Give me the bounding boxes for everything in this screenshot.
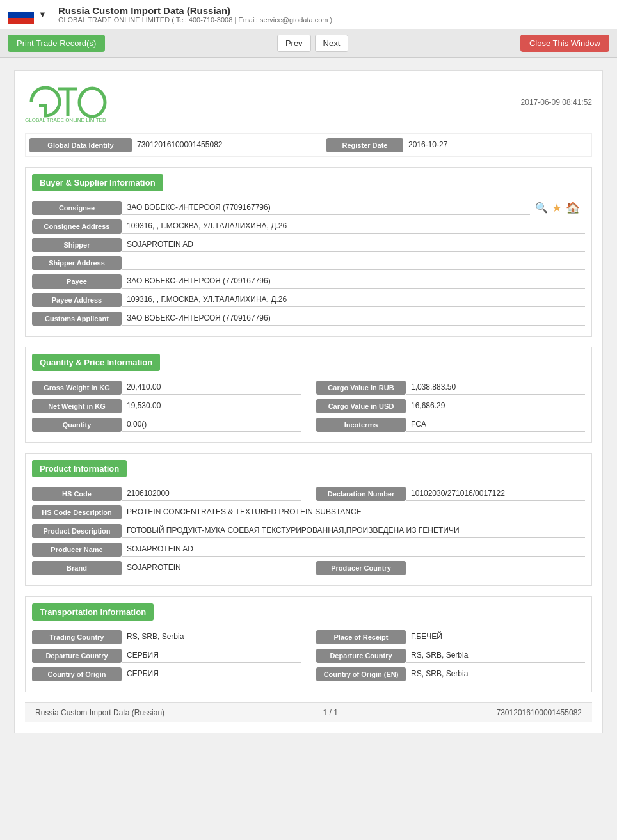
country-of-origin-label: Country of Origin <box>32 667 122 681</box>
hs-code-description-value: PROTEIN CONCENTRATES & TEXTURED PROTEIN … <box>122 505 585 519</box>
payee-address-value: 109316, , Г.МОСКВА, УЛ.ТАЛАЛИХИНА, Д.26 <box>122 292 585 307</box>
place-of-receipt-group: Place of Receipt Г.БЕЧЕЙ <box>316 630 585 644</box>
dropdown-arrow-icon[interactable]: ▼ <box>38 10 47 19</box>
header-title-block: Russia Custom Import Data (Russian) GLOB… <box>58 5 332 24</box>
next-button[interactable]: Next <box>315 35 349 52</box>
quantity-price-section: Quantity & Price Information Gross Weigh… <box>25 347 592 443</box>
producer-name-value: SOJAPROTEIN AD <box>122 542 585 557</box>
quantity-label: Quantity <box>32 418 122 432</box>
logo-svg: GLOBAL TRADE ONLINE LIMITED <box>25 81 121 123</box>
toolbar-right: Close This Window <box>520 35 609 52</box>
global-data-identity-label: Global Data Identity <box>29 138 132 152</box>
country-of-origin-en-label: Country of Origin (EN) <box>316 667 406 681</box>
producer-name-row: Producer Name SOJAPROTEIN AD <box>32 542 585 557</box>
svg-point-5 <box>79 88 105 116</box>
transportation-section: Transportation Information Trading Count… <box>25 596 592 692</box>
producer-country-label: Producer Country <box>316 561 406 575</box>
consignee-address-row: Consignee Address 109316, , Г.МОСКВА, УЛ… <box>32 219 585 234</box>
transportation-body: Trading Country RS, SRB, Serbia Place of… <box>26 627 591 692</box>
quantity-group: Quantity 0.00() <box>32 417 301 432</box>
hs-code-value: 2106102000 <box>122 486 301 501</box>
cargo-value-rub-value: 1,038,883.50 <box>406 380 585 395</box>
consignee-address-label: Consignee Address <box>32 219 122 234</box>
product-section: Product Information HS Code 2106102000 D… <box>25 453 592 586</box>
cargo-usd-group: Cargo Value in USD 16,686.29 <box>316 399 585 413</box>
country-of-origin-value: СЕРБИЯ <box>122 667 301 681</box>
product-title: Product Information <box>32 460 127 477</box>
departure-country-value: СЕРБИЯ <box>122 648 301 663</box>
gto-logo: GLOBAL TRADE ONLINE LIMITED <box>25 81 121 123</box>
country-of-origin-group: Country of Origin СЕРБИЯ <box>32 667 301 681</box>
place-of-receipt-label: Place of Receipt <box>316 630 406 644</box>
prev-button[interactable]: Prev <box>277 35 311 52</box>
brand-value: SOJAPROTEIN <box>122 560 301 575</box>
buyer-supplier-body: Consignee ЗАО ВОБЕКС-ИНТЕРСОЯ (770916779… <box>26 198 591 336</box>
country-of-origin-en-group: Country of Origin (EN) RS, SRB, Serbia <box>316 667 585 681</box>
buyer-supplier-section: Buyer & Supplier Information Consignee З… <box>25 167 592 337</box>
payee-row: Payee ЗАО ВОБЕКС-ИНТЕРСОЯ (7709167796) <box>32 274 585 289</box>
toolbar-left: Print Trade Record(s) <box>8 35 105 52</box>
consignee-icons: 🔍 ★ 🏠 <box>530 201 585 215</box>
transportation-title: Transportation Information <box>32 603 154 621</box>
timestamp: 2017-06-09 08:41:52 <box>521 98 592 107</box>
consignee-value: ЗАО ВОБЕКС-ИНТЕРСОЯ (7709167796) <box>122 200 530 215</box>
gross-weight-label: Gross Weight in KG <box>32 381 122 395</box>
consignee-address-value: 109316, , Г.МОСКВА, УЛ.ТАЛАЛИХИНА, Д.26 <box>122 219 585 234</box>
footer-record-label: Russia Custom Import Data (Russian) <box>35 708 164 717</box>
incoterms-value: FCA <box>406 417 585 432</box>
trading-country-value: RS, SRB, Serbia <box>122 630 301 644</box>
gross-weight-cargo-rub-row: Gross Weight in KG 20,410.00 Cargo Value… <box>32 380 585 395</box>
main-content: GLOBAL TRADE ONLINE LIMITED 2017-06-09 0… <box>14 70 603 733</box>
shipper-address-label: Shipper Address <box>32 256 122 270</box>
print-button[interactable]: Print Trade Record(s) <box>8 35 105 52</box>
close-button[interactable]: Close This Window <box>520 35 609 52</box>
gross-weight-group: Gross Weight in KG 20,410.00 <box>32 380 301 395</box>
hs-code-description-label: HS Code Description <box>32 505 122 519</box>
quantity-value: 0.00() <box>122 417 301 432</box>
hs-code-description-row: HS Code Description PROTEIN CONCENTRATES… <box>32 505 585 519</box>
trading-country-place-receipt-row: Trading Country RS, SRB, Serbia Place of… <box>32 630 585 644</box>
nav-buttons: Prev Next <box>277 35 348 52</box>
declaration-number-label: Declaration Number <box>316 487 406 501</box>
brand-label: Brand <box>32 561 122 575</box>
product-description-label: Product Description <box>32 524 122 538</box>
shipper-address-value <box>122 256 585 270</box>
hs-code-declaration-row: HS Code 2106102000 Declaration Number 10… <box>32 486 585 501</box>
cargo-value-rub-label: Cargo Value in RUB <box>316 381 406 395</box>
departure-country-row: Departure Country СЕРБИЯ Departure Count… <box>32 648 585 663</box>
identity-row: Global Data Identity 7301201610000145508… <box>25 133 592 157</box>
payee-address-row: Payee Address 109316, , Г.МОСКВА, УЛ.ТАЛ… <box>32 292 585 307</box>
country-of-origin-row: Country of Origin СЕРБИЯ Country of Orig… <box>32 667 585 681</box>
brand-producer-country-row: Brand SOJAPROTEIN Producer Country <box>32 560 585 575</box>
net-weight-label: Net Weight in KG <box>32 399 122 413</box>
place-of-receipt-value: Г.БЕЧЕЙ <box>406 630 585 644</box>
home-icon[interactable]: 🏠 <box>566 201 580 215</box>
departure-country-en-group: Departure Country RS, SRB, Serbia <box>316 648 585 663</box>
trading-country-label: Trading Country <box>32 630 122 644</box>
country-of-origin-en-value: RS, SRB, Serbia <box>406 667 585 681</box>
cargo-value-usd-value: 16,686.29 <box>406 399 585 413</box>
gross-weight-value: 20,410.00 <box>122 380 301 395</box>
shipper-address-row: Shipper Address <box>32 256 585 270</box>
logo-area: GLOBAL TRADE ONLINE LIMITED 2017-06-09 0… <box>25 81 592 123</box>
departure-country-en-value: RS, SRB, Serbia <box>406 648 585 663</box>
hs-code-label: HS Code <box>32 487 122 501</box>
customs-applicant-value: ЗАО ВОБЕКС-ИНТЕРСОЯ (7709167796) <box>122 311 585 326</box>
cargo-rub-group: Cargo Value in RUB 1,038,883.50 <box>316 380 585 395</box>
toolbar: Print Trade Record(s) Prev Next Close Th… <box>0 29 617 58</box>
trading-country-group: Trading Country RS, SRB, Serbia <box>32 630 301 644</box>
payee-value: ЗАО ВОБЕКС-ИНТЕРСОЯ (7709167796) <box>122 274 585 289</box>
producer-country-group: Producer Country <box>316 561 585 575</box>
country-flag <box>8 6 33 23</box>
quantity-incoterms-row: Quantity 0.00() Incoterms FCA <box>32 417 585 432</box>
star-icon[interactable]: ★ <box>552 201 562 215</box>
search-icon[interactable]: 🔍 <box>535 202 548 214</box>
quantity-price-body: Gross Weight in KG 20,410.00 Cargo Value… <box>26 377 591 442</box>
departure-country-en-label: Departure Country <box>316 649 406 663</box>
svg-text:GLOBAL TRADE ONLINE LIMITED: GLOBAL TRADE ONLINE LIMITED <box>25 117 106 123</box>
product-description-row: Product Description ГОТОВЫЙ ПРОДУКТ-МУКА… <box>32 523 585 538</box>
declaration-number-group: Declaration Number 10102030/271016/00171… <box>316 486 585 501</box>
quantity-price-title: Quantity & Price Information <box>32 354 160 371</box>
product-description-value: ГОТОВЫЙ ПРОДУКТ-МУКА СОЕВАЯ ТЕКСТУРИРОВА… <box>122 523 585 538</box>
departure-country-group: Departure Country СЕРБИЯ <box>32 648 301 663</box>
